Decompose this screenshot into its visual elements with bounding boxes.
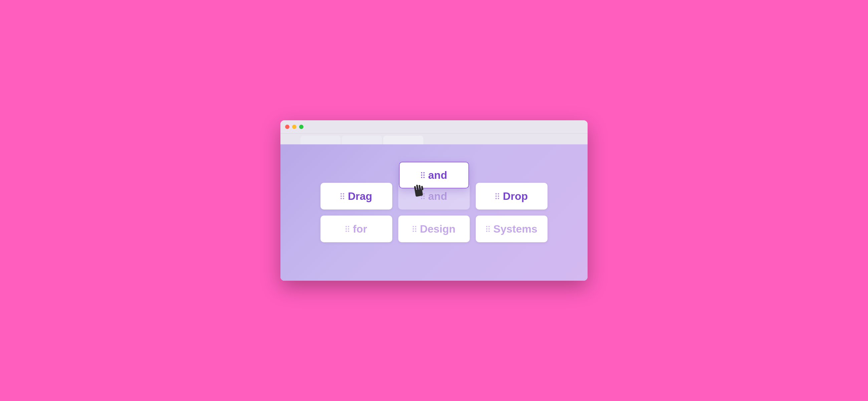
browser-tab-2[interactable] — [342, 136, 382, 144]
word-text-design: Design — [420, 223, 456, 235]
word-text-and-ghost: and — [428, 190, 447, 202]
drag-handle-dragging — [421, 172, 425, 178]
word-text-drag: Drag — [348, 190, 372, 202]
minimize-button[interactable] — [292, 125, 297, 129]
word-text-drop: Drop — [503, 190, 528, 202]
word-card-drop[interactable]: Drop — [476, 183, 548, 209]
word-text-systems: Systems — [493, 223, 537, 235]
drag-handle-systems — [486, 226, 490, 232]
browser-tab-3[interactable] — [383, 136, 423, 144]
maximize-button[interactable] — [299, 125, 304, 129]
browser-titlebar — [280, 120, 588, 134]
drag-handle-drag — [341, 193, 344, 200]
word-text-for: for — [353, 223, 367, 235]
drag-handle-and-ghost — [421, 193, 425, 200]
word-grid: Drag and — [320, 183, 548, 242]
word-card-design[interactable]: Design — [398, 216, 470, 242]
browser-tab-1[interactable] — [301, 136, 341, 144]
word-card-for[interactable]: for — [320, 216, 392, 242]
dragging-card[interactable]: and — [399, 162, 469, 189]
word-card-systems[interactable]: Systems — [476, 216, 548, 242]
drag-handle-design — [413, 226, 416, 232]
browser-tabs — [280, 134, 588, 144]
browser-window: Drag and — [280, 120, 588, 281]
drag-handle-drop — [495, 193, 499, 200]
dragging-card-text: and — [428, 169, 447, 181]
drag-handle-for — [345, 226, 349, 232]
word-card-drag[interactable]: Drag — [320, 183, 392, 209]
browser-content: Drag and — [280, 144, 588, 281]
close-button[interactable] — [285, 125, 289, 129]
